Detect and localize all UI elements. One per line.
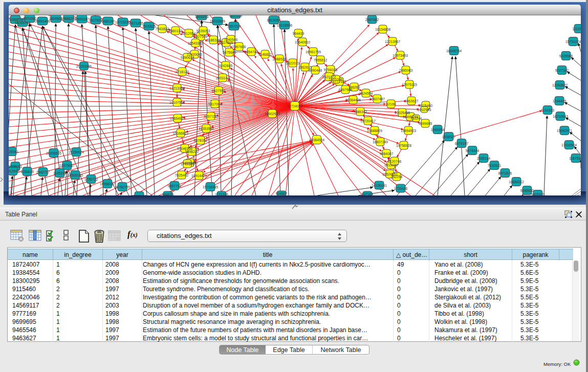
svg-text:1145194: 1145194 xyxy=(53,171,67,175)
svg-text:19166822: 19166822 xyxy=(173,132,188,135)
svg-text:7357224: 7357224 xyxy=(227,25,241,28)
svg-text:1749300: 1749300 xyxy=(181,162,194,166)
svg-text:12213967: 12213967 xyxy=(385,40,400,43)
svg-text:16782759: 16782759 xyxy=(115,185,130,189)
svg-text:3913941: 3913941 xyxy=(9,169,19,173)
svg-text:9317004: 9317004 xyxy=(208,102,222,106)
svg-text:15720417: 15720417 xyxy=(360,119,376,123)
svg-text:5675645: 5675645 xyxy=(223,51,236,54)
svg-text:1938927: 1938927 xyxy=(442,135,456,139)
svg-text:10653267: 10653267 xyxy=(74,17,90,21)
svg-text:9615323: 9615323 xyxy=(531,193,545,196)
svg-text:1603203: 1603203 xyxy=(195,15,209,18)
svg-text:2588520: 2588520 xyxy=(273,57,287,61)
svg-text:1131933: 1131933 xyxy=(541,108,554,112)
svg-text:5498222: 5498222 xyxy=(185,150,199,154)
svg-text:1171205: 1171205 xyxy=(215,193,228,196)
svg-text:6497568: 6497568 xyxy=(339,88,353,92)
svg-text:8186328: 8186328 xyxy=(207,38,221,42)
svg-text:14055714: 14055714 xyxy=(15,21,30,25)
svg-text:2803144: 2803144 xyxy=(216,76,230,80)
svg-text:20364436: 20364436 xyxy=(345,98,361,102)
svg-text:9115460: 9115460 xyxy=(419,104,432,107)
svg-text:10973493: 10973493 xyxy=(393,54,408,57)
svg-text:10607487: 10607487 xyxy=(369,97,385,101)
svg-text:11923448: 11923448 xyxy=(132,194,147,196)
svg-text:10654112: 10654112 xyxy=(509,180,524,184)
svg-text:9794028: 9794028 xyxy=(324,68,338,72)
svg-text:6120746: 6120746 xyxy=(388,160,402,163)
svg-text:252254: 252254 xyxy=(391,175,403,179)
svg-text:8471676: 8471676 xyxy=(498,171,512,175)
svg-text:19654925: 19654925 xyxy=(170,117,185,120)
svg-text:12213369: 12213369 xyxy=(169,86,185,90)
svg-text:7625402: 7625402 xyxy=(175,173,189,177)
svg-text:9242845: 9242845 xyxy=(219,64,233,68)
svg-text:15751074: 15751074 xyxy=(565,40,581,43)
svg-text:3326061: 3326061 xyxy=(9,150,18,154)
svg-text:1640954: 1640954 xyxy=(431,128,445,132)
svg-text:14136141: 14136141 xyxy=(372,184,387,187)
svg-text:1733426: 1733426 xyxy=(394,187,408,190)
svg-text:15640910: 15640910 xyxy=(295,40,310,44)
svg-text:984633: 984633 xyxy=(162,193,174,196)
svg-text:924507: 924507 xyxy=(276,192,288,195)
svg-text:10671355: 10671355 xyxy=(128,21,143,25)
svg-text:12505185: 12505185 xyxy=(68,173,83,177)
svg-text:7955812: 7955812 xyxy=(314,58,328,62)
svg-text:8813054: 8813054 xyxy=(267,18,281,22)
svg-text:1112007: 1112007 xyxy=(572,27,581,31)
svg-text:17359924: 17359924 xyxy=(69,150,84,154)
svg-text:9329966: 9329966 xyxy=(559,54,573,58)
svg-text:9227342: 9227342 xyxy=(555,69,569,72)
svg-text:8878352: 8878352 xyxy=(194,139,208,142)
svg-text:12093822: 12093822 xyxy=(552,83,568,87)
svg-text:8454749: 8454749 xyxy=(245,50,258,54)
svg-text:1795722: 1795722 xyxy=(84,178,98,181)
svg-text:8427552: 8427552 xyxy=(212,89,226,93)
svg-text:9463627: 9463627 xyxy=(405,99,419,103)
svg-text:20206535: 20206535 xyxy=(46,151,61,155)
svg-text:5822033: 5822033 xyxy=(286,61,300,65)
svg-text:16961755: 16961755 xyxy=(306,50,321,54)
svg-text:1156819: 1156819 xyxy=(20,170,34,173)
svg-text:16033809: 16033809 xyxy=(210,19,225,23)
svg-text:7886342: 7886342 xyxy=(354,110,367,114)
svg-text:2942737: 2942737 xyxy=(36,170,50,174)
svg-text:17016504: 17016504 xyxy=(561,143,577,147)
svg-text:18724007: 18724007 xyxy=(287,104,302,108)
svg-text:9146821: 9146821 xyxy=(258,53,272,56)
svg-text:19218506: 19218506 xyxy=(277,24,292,27)
svg-text:62160: 62160 xyxy=(386,102,396,106)
svg-text:1615132: 1615132 xyxy=(384,163,398,167)
svg-text:2087682: 2087682 xyxy=(365,18,379,21)
svg-text:8990448: 8990448 xyxy=(309,69,322,72)
svg-text:5226053: 5226053 xyxy=(197,29,210,33)
svg-text:731244: 731244 xyxy=(410,117,422,120)
svg-text:3624554: 3624554 xyxy=(359,92,373,95)
svg-text:20153346: 20153346 xyxy=(76,64,92,68)
svg-text:18807249: 18807249 xyxy=(373,140,388,144)
svg-text:15692971: 15692971 xyxy=(557,129,572,133)
svg-text:9327509: 9327509 xyxy=(194,35,208,38)
svg-text:15716485: 15716485 xyxy=(203,185,218,189)
svg-text:964419: 964419 xyxy=(293,32,304,35)
svg-text:15902933: 15902933 xyxy=(265,112,280,116)
svg-text:8267150: 8267150 xyxy=(204,115,218,118)
svg-text:16210643: 16210643 xyxy=(553,115,568,118)
svg-text:10958107: 10958107 xyxy=(100,182,115,186)
svg-text:16914479: 16914479 xyxy=(191,174,207,178)
svg-text:6479197: 6479197 xyxy=(455,142,469,145)
svg-text:7357229: 7357229 xyxy=(229,15,243,17)
svg-text:11353594: 11353594 xyxy=(199,127,214,130)
svg-text:7240546: 7240546 xyxy=(224,38,238,41)
svg-text:16543382: 16543382 xyxy=(188,41,203,45)
svg-text:6466160: 6466160 xyxy=(101,19,115,23)
svg-text:12975115: 12975115 xyxy=(402,83,417,86)
svg-text:2867608: 2867608 xyxy=(232,45,246,49)
svg-text:1002545: 1002545 xyxy=(418,108,431,112)
svg-text:7485063: 7485063 xyxy=(399,69,413,72)
svg-text:9474444: 9474444 xyxy=(466,149,480,152)
svg-text:7632621: 7632621 xyxy=(488,164,502,167)
svg-text:7563822: 7563822 xyxy=(156,27,169,31)
